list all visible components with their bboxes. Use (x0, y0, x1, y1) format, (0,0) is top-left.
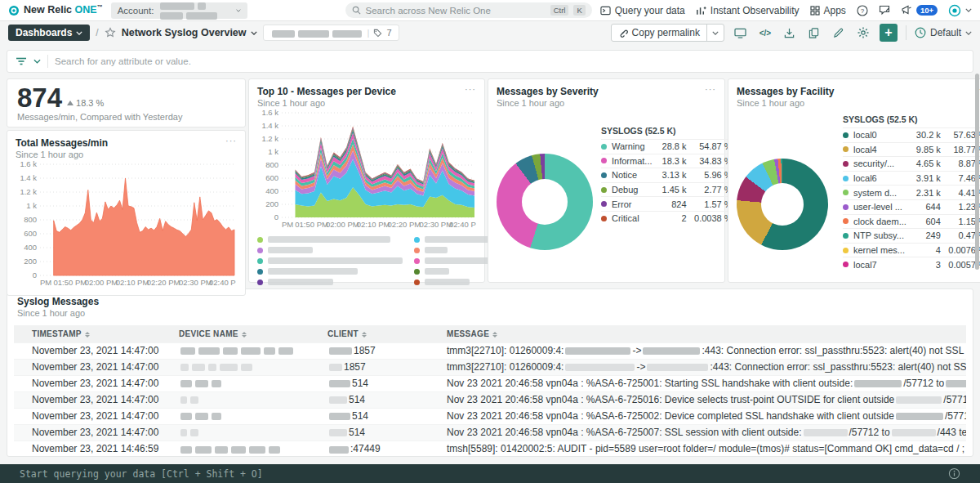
legend-row[interactable]: local030.2 k57.63 % (843, 127, 980, 142)
legend-row[interactable]: local63.91 k7.46 % (843, 171, 980, 186)
export-download-button[interactable] (782, 25, 798, 41)
legend-row[interactable]: Critical20.0038 % (601, 211, 733, 226)
legend-item[interactable] (257, 268, 403, 275)
dashboards-menu-button[interactable]: Dashboards (8, 25, 90, 41)
query-your-data-button[interactable]: Query your data (600, 5, 685, 16)
column-header-timestamp[interactable]: TIMESTAMP (14, 325, 174, 342)
cell-client: :47449 (323, 441, 442, 457)
cell-device-name (174, 375, 323, 391)
svg-text:1.6 k: 1.6 k (20, 159, 37, 168)
legend-row[interactable]: system d...2.31 k4.41 % (843, 185, 980, 199)
apps-button[interactable]: Apps (810, 5, 846, 16)
cell-message: tmm3[22710]: 01260009:4:->:443: Connecti… (442, 359, 966, 375)
attribute-filter-bar[interactable]: Search for any attribute or value. (7, 50, 973, 73)
sort-icon (492, 332, 497, 338)
global-search-input[interactable]: Search across New Relic One Ctrl K (345, 2, 592, 18)
panel-menu-button[interactable]: ··· (465, 84, 476, 94)
legend-item[interactable] (257, 257, 403, 264)
account-switcher[interactable]: Account: (111, 2, 247, 19)
panel-title: Messages by Severity (497, 86, 716, 97)
chevron-down-icon (251, 31, 257, 35)
legend-item[interactable] (257, 236, 403, 243)
info-icon[interactable] (948, 467, 960, 480)
legend-row[interactable]: user-level ...6441.23 % (843, 199, 980, 214)
dashboard-meta-pill[interactable]: | 7 (263, 25, 399, 41)
panel-menu-button[interactable]: ··· (225, 136, 237, 145)
gear-icon (858, 27, 869, 38)
legend-row[interactable]: Warning28.8 k54.87 % (601, 139, 733, 154)
chevron-down-icon (712, 31, 719, 35)
stat-value: 874 (17, 86, 62, 110)
cell-client: 1857 (323, 342, 442, 359)
instant-observability-button[interactable]: Instant Observability (696, 5, 800, 16)
legend-item[interactable] (257, 279, 403, 285)
svg-text:02:30 PM: 02:30 PM (419, 220, 452, 229)
top10-legend (257, 236, 476, 285)
column-header-message[interactable]: MESSAGE (442, 325, 966, 342)
top10-devices-chart[interactable]: 1.6 k1.4 k1.2 k1 k8006004002000PM01:50 P… (257, 108, 476, 230)
svg-text:02:00 PM: 02:00 PM (326, 220, 359, 229)
table-row[interactable]: November 23, 2021 14:47:001857tmm3[22710… (14, 342, 966, 359)
megaphone-icon (901, 5, 912, 16)
clock-icon (915, 27, 926, 38)
dashboard-title-menu[interactable]: Network Syslog Overview (122, 27, 257, 38)
cell-client: 514 (323, 391, 442, 408)
table-row[interactable]: November 23, 2021 14:47:00514Nov 23 2021… (14, 408, 966, 424)
view-code-button[interactable]: </> (757, 25, 773, 41)
svg-text:800: 800 (24, 215, 37, 224)
brand-name: New Relic ONE™ (24, 4, 103, 16)
svg-text:1.6 k: 1.6 k (261, 108, 278, 117)
chevron-down-icon (965, 31, 972, 35)
page-scrollbar[interactable] (975, 74, 979, 270)
legend-row[interactable]: local49.85 k18.77 % (843, 142, 980, 157)
panel-menu-button[interactable]: ··· (705, 84, 716, 94)
favorite-star-icon[interactable] (105, 27, 116, 38)
chevron-down-icon (76, 31, 82, 35)
query-status-bar[interactable]: Start querying your data [Ctrl + Shift +… (0, 464, 980, 483)
add-widget-button[interactable]: + (880, 24, 898, 42)
copy-permalink-button[interactable]: Copy permalink (611, 24, 724, 42)
download-icon (784, 28, 795, 38)
table-row[interactable]: November 23, 2021 14:46:59:47449tmsh[558… (14, 441, 966, 457)
tv-mode-button[interactable] (733, 25, 749, 41)
svg-text:0: 0 (274, 212, 278, 221)
legend-row[interactable]: clock daem...6041.15 % (843, 214, 980, 229)
legend-row[interactable]: Error8241.57 % (601, 196, 733, 211)
table-row[interactable]: November 23, 2021 14:47:00514Nov 23 2021… (14, 424, 966, 441)
settings-button[interactable] (855, 25, 871, 41)
legend-item[interactable] (257, 247, 403, 253)
legend-row[interactable]: NTP subsy...2490.47 % (843, 228, 980, 243)
cell-timestamp: November 23, 2021 14:47:00 (14, 375, 174, 391)
help-button[interactable]: ? (857, 5, 868, 16)
panel-subtitle: Since 1 hour ago (257, 98, 476, 108)
legend-row[interactable]: Notice3.13 k5.96 % (601, 168, 733, 182)
legend-row[interactable]: Debug1.45 k2.77 % (601, 182, 733, 197)
cell-timestamp: November 23, 2021 14:47:00 (14, 408, 174, 424)
breadcrumb-separator: / (96, 27, 98, 38)
legend-row[interactable]: Informat...18.3 k34.83 % (601, 154, 733, 168)
svg-text:02:40 PM: 02:40 PM (449, 220, 476, 229)
severity-donut-chart[interactable] (497, 154, 593, 250)
legend-row[interactable]: kernel mes...40.0076 % (843, 243, 980, 257)
cell-client: 514 (323, 408, 442, 424)
feedback-button[interactable] (879, 5, 890, 16)
column-header-device-name[interactable]: DEVICE NAME (174, 325, 323, 342)
account-label: Account: (118, 6, 154, 16)
edit-button[interactable] (831, 25, 847, 41)
legend-row[interactable]: security/...4.65 k8.87 % (843, 156, 980, 171)
table-row[interactable]: November 23, 2021 14:47:001857tmm3[22710… (14, 359, 966, 375)
total-messages-chart[interactable]: 1.6 k1.4 k1.2 k1 k8006004002000PM01:50 P… (16, 159, 236, 288)
table-row[interactable]: November 23, 2021 14:47:00514Nov 23 2021… (14, 391, 966, 408)
table-row[interactable]: November 23, 2021 14:47:00514Nov 23 2021… (14, 375, 966, 391)
announcements-button[interactable]: 10+ (901, 5, 938, 16)
legend-row[interactable]: local730.0057 % (843, 257, 980, 271)
new-relic-logo[interactable]: New Relic ONE™ (8, 4, 103, 16)
duplicate-button[interactable] (806, 25, 822, 41)
grid-icon (810, 6, 820, 16)
column-header-client[interactable]: CLIENT (323, 325, 442, 342)
cell-device-name (174, 342, 323, 359)
facility-donut-chart[interactable] (737, 159, 828, 250)
user-menu[interactable] (948, 4, 972, 17)
time-picker[interactable]: Default (915, 27, 972, 38)
cell-client: 514 (323, 375, 442, 391)
